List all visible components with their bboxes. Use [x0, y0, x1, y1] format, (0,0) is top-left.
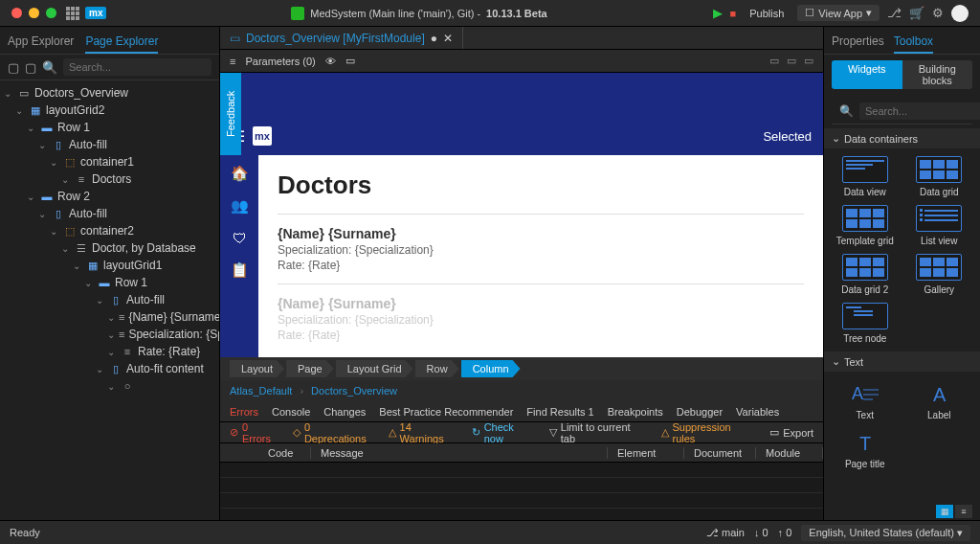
widget-grid2[interactable]: Data grid 2 — [832, 254, 899, 295]
tab-page-explorer[interactable]: Page Explorer — [85, 31, 158, 54]
widget-label[interactable]: ALabel — [906, 379, 973, 420]
tree-item[interactable]: ⌄≡{Name} {Surname} — [0, 308, 219, 326]
close-tab-icon[interactable]: ✕ — [443, 32, 453, 45]
export-button[interactable]: ▭Export — [769, 426, 813, 439]
tree-item[interactable]: ⌄▯Auto-fill — [0, 205, 219, 222]
widget-label: Data grid 2 — [841, 284, 888, 295]
widget-gallery[interactable]: Gallery — [906, 254, 973, 295]
widget-view[interactable]: Data view — [832, 156, 899, 197]
tree-item[interactable]: ⌄▬Row 1 — [0, 274, 219, 291]
errors-count[interactable]: ⊘0 Errors — [230, 421, 279, 444]
check-now-button[interactable]: ↻Check now — [472, 421, 536, 444]
widget-grid[interactable]: Data grid — [906, 156, 973, 197]
deprecations-count[interactable]: ◇0 Deprecations — [293, 421, 375, 444]
publish-button[interactable]: Publish — [744, 6, 790, 21]
git-branch[interactable]: ⎇ main — [706, 527, 745, 539]
view-app-button[interactable]: ☐View App▾ — [797, 5, 880, 21]
tree-item[interactable]: ⌄▬Row 2 — [0, 188, 219, 205]
limit-tab-button[interactable]: ▽Limit to current tab — [549, 421, 648, 444]
svg-text:A: A — [933, 384, 947, 403]
tree-item[interactable]: ⌄≡Rate: {Rate} — [0, 343, 219, 360]
collapse-icon[interactable]: ▢ — [25, 60, 36, 75]
git-outgoing[interactable]: ↑ 0 — [778, 527, 792, 538]
design-canvas[interactable]: Feedback ☰ mx Selected 🏠 👥 🛡 📋 Doctors {… — [220, 73, 823, 357]
shield-icon[interactable]: 🛡 — [233, 230, 247, 246]
tree-item[interactable]: ⌄≡Doctors — [0, 170, 219, 188]
widget-tree[interactable]: Tree node — [832, 303, 899, 344]
toolbox-search-input[interactable] — [859, 102, 980, 120]
tree-item[interactable]: ⌄▯Auto-fit content — [0, 360, 219, 377]
widget-list[interactable]: List view — [906, 205, 973, 246]
language-selector[interactable]: English, United States (default) ▾ — [801, 525, 970, 541]
tree-item-label: Doctors_Overview — [34, 86, 128, 100]
toolbox-section-header[interactable]: ⌄ Data containers — [824, 128, 980, 148]
bottom-tab[interactable]: Best Practice Recommender — [379, 406, 513, 418]
pill-widgets[interactable]: Widgets — [832, 60, 902, 89]
tree-item[interactable]: ⌄≡Specialization: {Specializ — [0, 326, 219, 343]
explorer-search-input[interactable] — [63, 58, 212, 76]
layout-icon[interactable]: ▭ — [345, 55, 355, 67]
device-desktop-icon[interactable]: ▭ — [769, 55, 779, 67]
page-title[interactable]: Doctors — [278, 170, 804, 200]
bottom-tab[interactable]: Errors — [230, 406, 258, 418]
branch-icon[interactable]: ⎇ — [887, 6, 902, 20]
bottom-tab[interactable]: Console — [272, 406, 310, 418]
suppression-button[interactable]: △Suppression rules — [661, 421, 757, 444]
run-icon[interactable]: ▶ — [713, 6, 723, 20]
tree-item[interactable]: ⌄▬Row 1 — [0, 119, 219, 136]
tree-item[interactable]: ⌄▯Auto-fill — [0, 136, 219, 153]
list-item[interactable]: {Name} {Surname}Specialization: {Special… — [278, 214, 804, 283]
tab-app-explorer[interactable]: App Explorer — [8, 31, 74, 54]
bottom-tab[interactable]: Changes — [323, 406, 366, 418]
visibility-icon[interactable]: 👁 — [325, 56, 336, 67]
device-tablet-icon[interactable]: ▭ — [787, 55, 796, 67]
parameters-label[interactable]: Parameters (0) — [245, 56, 315, 67]
settings-icon[interactable]: ⚙ — [932, 6, 944, 20]
tree-item[interactable]: ⌄○ — [0, 377, 219, 395]
widget-ptitle[interactable]: TPage title — [832, 428, 899, 469]
breadcrumb-item[interactable]: Column — [461, 360, 521, 377]
grid-view-icon[interactable]: ▦ — [936, 505, 953, 518]
list-view-icon[interactable]: ≡ — [955, 505, 972, 518]
bottom-tab[interactable]: Debugger — [677, 406, 723, 418]
bottom-tab[interactable]: Find Results 1 — [526, 406, 593, 418]
toolbox-section-header[interactable]: ⌄ Text — [824, 351, 980, 372]
tree-item[interactable]: ⌄▦layoutGrid2 — [0, 102, 219, 119]
breadcrumb-item[interactable]: Layout Grid — [336, 360, 413, 377]
bottom-tab[interactable]: Variables — [736, 406, 779, 418]
git-incoming[interactable]: ↓ 0 — [754, 527, 768, 538]
tree-item[interactable]: ⌄⬚container2 — [0, 222, 219, 239]
breadcrumb-item[interactable]: Page — [286, 360, 334, 377]
feedback-tab[interactable]: Feedback — [220, 73, 241, 155]
layout-ref-link[interactable]: Atlas_Default — [230, 385, 292, 397]
tree-item[interactable]: ⌄▭Doctors_Overview — [0, 84, 219, 102]
tree-item[interactable]: ⌄☰Doctor, by Database — [0, 239, 219, 257]
device-phone-icon[interactable]: ▭ — [804, 55, 813, 67]
widget-text[interactable]: AText — [832, 379, 899, 420]
maximize-window-icon[interactable] — [46, 8, 56, 18]
page-ref-link[interactable]: Doctors_Overview — [311, 385, 397, 397]
tree-item[interactable]: ⌄▯Auto-fill — [0, 291, 219, 308]
cart-icon[interactable]: 🛒 — [909, 6, 924, 20]
apps-icon[interactable] — [66, 7, 79, 20]
tab-properties[interactable]: Properties — [832, 31, 884, 54]
stop-icon[interactable]: ■ — [730, 8, 737, 19]
close-window-icon[interactable] — [11, 8, 22, 18]
breadcrumb-item[interactable]: Row — [415, 360, 459, 377]
widget-tgrid[interactable]: Template grid — [832, 205, 899, 246]
minimize-window-icon[interactable] — [29, 8, 39, 18]
tab-toolbox[interactable]: Toolbox — [894, 31, 933, 54]
pill-building-blocks[interactable]: Building blocks — [902, 60, 973, 89]
tree-item[interactable]: ⌄⬚container1 — [0, 153, 219, 170]
users-icon[interactable]: 👥 — [231, 197, 249, 215]
doc-tab-doctors-overview[interactable]: ▭ Doctors_Overview [MyFirstModule] ● ✕ — [220, 27, 463, 49]
bottom-tab[interactable]: Breakpoints — [608, 406, 663, 418]
expand-icon[interactable]: ▢ — [8, 60, 19, 75]
list-item[interactable]: {Name} {Surname}Specialization: {Special… — [278, 283, 804, 353]
calendar-icon[interactable]: 📋 — [231, 261, 249, 279]
home-icon[interactable]: 🏠 — [231, 165, 249, 182]
warnings-count[interactable]: △14 Warnings — [389, 421, 458, 444]
tree-item[interactable]: ⌄▦layoutGrid1 — [0, 257, 219, 274]
breadcrumb-item[interactable]: Layout — [230, 360, 284, 377]
avatar[interactable] — [951, 5, 969, 22]
